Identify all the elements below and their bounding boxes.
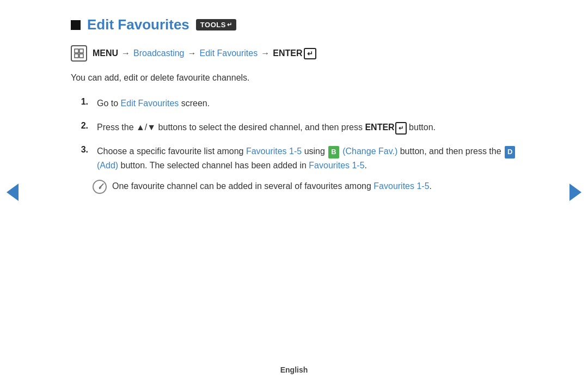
step-2-text: Press the ▲/▼ buttons to select the desi… (97, 120, 436, 135)
breadcrumb-arrow-2: → (188, 48, 197, 58)
breadcrumb-menu-label: MENU (93, 48, 118, 58)
breadcrumb-broadcasting: Broadcasting (133, 48, 184, 58)
btn-green-b: B (328, 146, 339, 159)
breadcrumb: MENU → Broadcasting → Edit Favourites → … (71, 45, 517, 62)
step-3-text: Choose a specific favourite list among F… (97, 144, 517, 193)
step-3-number: 3. (76, 145, 88, 155)
breadcrumb-arrow-1: → (121, 48, 130, 58)
step-3-fav-link-2: Favourites 1-5 (309, 161, 364, 170)
nav-arrow-right[interactable] (569, 184, 581, 201)
svg-rect-0 (75, 49, 78, 53)
tools-badge: TOOLS↵ (196, 19, 237, 31)
svg-rect-1 (79, 49, 83, 53)
step-3: 3. Choose a specific favourite list amon… (76, 144, 517, 193)
svg-rect-2 (75, 54, 78, 58)
title-row: Edit Favourites TOOLS↵ (71, 16, 517, 33)
note-block: 𝓁 One favourite channel can be added in … (93, 179, 517, 194)
breadcrumb-edit-favourites: Edit Favourites (200, 48, 258, 58)
footer-language: English (280, 365, 308, 374)
step-2-number: 2. (76, 121, 88, 131)
step-2-enter-bold: ENTER↵ (365, 123, 406, 132)
breadcrumb-arrow-3: → (261, 48, 270, 58)
menu-icon (71, 45, 87, 62)
note-fav-link: Favourites 1-5 (373, 181, 429, 191)
step-3-add: (Add) (97, 161, 118, 170)
step-3-change-fav: (Change Fav.) (342, 147, 397, 156)
page-title: Edit Favourites (87, 16, 189, 33)
btn-blue-d: D (505, 146, 515, 159)
note-text: One favourite channel can be added in se… (112, 179, 432, 193)
step-1-link: Edit Favourites (121, 99, 179, 108)
step-1-number: 1. (76, 97, 88, 107)
nav-arrow-left[interactable] (7, 184, 19, 201)
breadcrumb-enter: ENTER↵ (273, 48, 316, 59)
note-icon: 𝓁 (93, 180, 107, 194)
svg-rect-3 (79, 54, 83, 58)
step-3-fav-link-1: Favourites 1-5 (246, 147, 302, 156)
steps-list: 1. Go to Edit Favourites screen. 2. Pres… (76, 96, 517, 194)
intro-text: You can add, edit or delete favourite ch… (71, 71, 517, 84)
step-1-text: Go to Edit Favourites screen. (97, 96, 210, 111)
step-1: 1. Go to Edit Favourites screen. (76, 96, 517, 111)
black-square-icon (71, 20, 81, 30)
step-2: 2. Press the ▲/▼ buttons to select the d… (76, 120, 517, 135)
main-content: Edit Favourites TOOLS↵ MENU → Broadcasti… (27, 0, 561, 220)
footer: English (0, 365, 588, 374)
